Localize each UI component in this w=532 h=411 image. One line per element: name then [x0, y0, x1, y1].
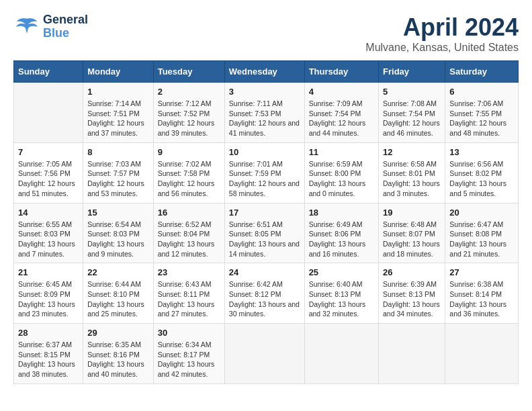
calendar-cell: 2Sunrise: 7:12 AM Sunset: 7:52 PM Daylig…: [153, 83, 224, 143]
day-info: Sunrise: 6:52 AM Sunset: 8:04 PM Dayligh…: [158, 220, 220, 259]
calendar-week-3: 14Sunrise: 6:55 AM Sunset: 8:03 PM Dayli…: [14, 203, 519, 263]
calendar-cell: 29Sunrise: 6:35 AM Sunset: 8:16 PM Dayli…: [83, 324, 154, 384]
weekday-header-thursday: Thursday: [304, 61, 378, 83]
weekday-header-wednesday: Wednesday: [224, 61, 304, 83]
day-number: 13: [449, 147, 514, 157]
day-info: Sunrise: 6:40 AM Sunset: 8:13 PM Dayligh…: [309, 279, 374, 319]
day-info: Sunrise: 7:14 AM Sunset: 7:51 PM Dayligh…: [87, 99, 149, 138]
day-number: 1: [87, 87, 149, 97]
logo-icon: [13, 13, 40, 40]
weekday-header-monday: Monday: [83, 61, 154, 83]
calendar-header: SundayMondayTuesdayWednesdayThursdayFrid…: [14, 61, 519, 83]
day-info: Sunrise: 6:55 AM Sunset: 8:03 PM Dayligh…: [18, 220, 79, 259]
logo-blue: Blue: [43, 27, 88, 40]
day-number: 28: [18, 328, 79, 338]
day-number: 18: [309, 208, 374, 218]
title-area: April 2024 Mulvane, Kansas, United State…: [365, 13, 519, 54]
weekday-header-row: SundayMondayTuesdayWednesdayThursdayFrid…: [14, 61, 519, 83]
day-number: 16: [158, 208, 220, 218]
calendar-body: 1Sunrise: 7:14 AM Sunset: 7:51 PM Daylig…: [14, 83, 519, 384]
day-number: 15: [87, 208, 149, 218]
day-info: Sunrise: 7:06 AM Sunset: 7:55 PM Dayligh…: [449, 99, 514, 138]
day-info: Sunrise: 7:12 AM Sunset: 7:52 PM Dayligh…: [158, 99, 220, 138]
calendar-week-2: 7Sunrise: 7:05 AM Sunset: 7:56 PM Daylig…: [14, 142, 519, 203]
logo: General Blue: [13, 13, 88, 40]
day-number: 9: [158, 147, 220, 157]
day-number: 7: [18, 147, 79, 157]
calendar-cell: 12Sunrise: 6:58 AM Sunset: 8:01 PM Dayli…: [379, 142, 445, 203]
calendar-cell: 21Sunrise: 6:45 AM Sunset: 8:09 PM Dayli…: [14, 263, 83, 324]
day-info: Sunrise: 6:48 AM Sunset: 8:07 PM Dayligh…: [383, 220, 441, 259]
calendar-cell: 20Sunrise: 6:47 AM Sunset: 8:08 PM Dayli…: [445, 203, 519, 263]
day-info: Sunrise: 7:03 AM Sunset: 7:57 PM Dayligh…: [87, 159, 149, 199]
month-title: April 2024: [365, 13, 519, 42]
calendar-cell: 10Sunrise: 7:01 AM Sunset: 7:59 PM Dayli…: [224, 142, 304, 203]
logo-general: General: [43, 13, 88, 27]
day-info: Sunrise: 7:02 AM Sunset: 7:58 PM Dayligh…: [158, 159, 220, 199]
day-number: 10: [229, 147, 300, 157]
calendar-cell: 23Sunrise: 6:43 AM Sunset: 8:11 PM Dayli…: [153, 263, 224, 324]
calendar-cell: 14Sunrise: 6:55 AM Sunset: 8:03 PM Dayli…: [14, 203, 83, 263]
day-number: 26: [383, 267, 441, 277]
calendar-cell: 19Sunrise: 6:48 AM Sunset: 8:07 PM Dayli…: [379, 203, 445, 263]
calendar-cell: 11Sunrise: 6:59 AM Sunset: 8:00 PM Dayli…: [304, 142, 378, 203]
day-number: 21: [18, 267, 79, 277]
calendar-cell: 28Sunrise: 6:37 AM Sunset: 8:15 PM Dayli…: [14, 324, 83, 384]
day-info: Sunrise: 6:47 AM Sunset: 8:08 PM Dayligh…: [449, 220, 514, 259]
day-number: 5: [383, 87, 441, 97]
day-number: 19: [383, 208, 441, 218]
day-number: 25: [309, 267, 374, 277]
calendar-cell: [379, 324, 445, 384]
day-info: Sunrise: 6:59 AM Sunset: 8:00 PM Dayligh…: [309, 159, 374, 199]
day-number: 2: [158, 87, 220, 97]
day-info: Sunrise: 6:39 AM Sunset: 8:13 PM Dayligh…: [383, 279, 441, 319]
calendar-cell: [445, 324, 519, 384]
calendar-cell: 27Sunrise: 6:38 AM Sunset: 8:14 PM Dayli…: [445, 263, 519, 324]
day-info: Sunrise: 6:37 AM Sunset: 8:15 PM Dayligh…: [18, 340, 79, 379]
calendar-cell: 16Sunrise: 6:52 AM Sunset: 8:04 PM Dayli…: [153, 203, 224, 263]
day-info: Sunrise: 7:08 AM Sunset: 7:54 PM Dayligh…: [383, 99, 441, 138]
calendar-cell: 9Sunrise: 7:02 AM Sunset: 7:58 PM Daylig…: [153, 142, 224, 203]
day-number: 23: [158, 267, 220, 277]
day-number: 17: [229, 208, 300, 218]
day-info: Sunrise: 6:38 AM Sunset: 8:14 PM Dayligh…: [449, 279, 514, 319]
logo-text: General Blue: [43, 13, 88, 40]
calendar-cell: 30Sunrise: 6:34 AM Sunset: 8:17 PM Dayli…: [153, 324, 224, 384]
calendar-cell: [304, 324, 378, 384]
weekday-header-sunday: Sunday: [14, 61, 83, 83]
calendar-cell: 22Sunrise: 6:44 AM Sunset: 8:10 PM Dayli…: [83, 263, 154, 324]
day-info: Sunrise: 7:05 AM Sunset: 7:56 PM Dayligh…: [18, 159, 79, 199]
day-number: 27: [449, 267, 514, 277]
day-info: Sunrise: 7:01 AM Sunset: 7:59 PM Dayligh…: [229, 159, 300, 199]
day-number: 22: [87, 267, 149, 277]
calendar-cell: 26Sunrise: 6:39 AM Sunset: 8:13 PM Dayli…: [379, 263, 445, 324]
calendar-cell: 25Sunrise: 6:40 AM Sunset: 8:13 PM Dayli…: [304, 263, 378, 324]
day-info: Sunrise: 6:58 AM Sunset: 8:01 PM Dayligh…: [383, 159, 441, 199]
day-number: 11: [309, 147, 374, 157]
day-number: 4: [309, 87, 374, 97]
day-number: 30: [158, 328, 220, 338]
calendar-cell: [224, 324, 304, 384]
day-info: Sunrise: 6:51 AM Sunset: 8:05 PM Dayligh…: [229, 220, 300, 259]
calendar-cell: [14, 83, 83, 143]
calendar-cell: 13Sunrise: 6:56 AM Sunset: 8:02 PM Dayli…: [445, 142, 519, 203]
day-number: 12: [383, 147, 441, 157]
calendar-cell: 7Sunrise: 7:05 AM Sunset: 7:56 PM Daylig…: [14, 142, 83, 203]
calendar-week-5: 28Sunrise: 6:37 AM Sunset: 8:15 PM Dayli…: [14, 324, 519, 384]
weekday-header-friday: Friday: [379, 61, 445, 83]
day-info: Sunrise: 6:43 AM Sunset: 8:11 PM Dayligh…: [158, 279, 220, 319]
day-info: Sunrise: 7:11 AM Sunset: 7:53 PM Dayligh…: [229, 99, 300, 138]
day-info: Sunrise: 6:49 AM Sunset: 8:06 PM Dayligh…: [309, 220, 374, 259]
calendar-cell: 6Sunrise: 7:06 AM Sunset: 7:55 PM Daylig…: [445, 83, 519, 143]
day-info: Sunrise: 6:44 AM Sunset: 8:10 PM Dayligh…: [87, 279, 149, 319]
header: General Blue April 2024 Mulvane, Kansas,…: [13, 13, 519, 54]
day-number: 3: [229, 87, 300, 97]
day-number: 24: [229, 267, 300, 277]
day-number: 6: [449, 87, 514, 97]
day-info: Sunrise: 6:45 AM Sunset: 8:09 PM Dayligh…: [18, 279, 79, 319]
calendar-cell: 15Sunrise: 6:54 AM Sunset: 8:03 PM Dayli…: [83, 203, 154, 263]
day-info: Sunrise: 6:56 AM Sunset: 8:02 PM Dayligh…: [449, 159, 514, 199]
day-info: Sunrise: 6:34 AM Sunset: 8:17 PM Dayligh…: [158, 340, 220, 379]
calendar-cell: 18Sunrise: 6:49 AM Sunset: 8:06 PM Dayli…: [304, 203, 378, 263]
day-info: Sunrise: 7:09 AM Sunset: 7:54 PM Dayligh…: [309, 99, 374, 138]
